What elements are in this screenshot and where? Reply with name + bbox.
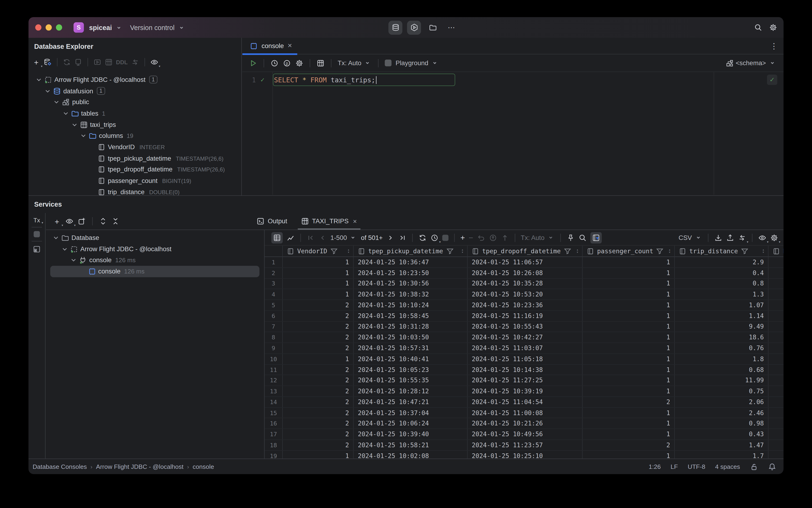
tab-output[interactable]: Output: [257, 213, 287, 229]
parameters-button[interactable]: p: [283, 59, 291, 67]
file-encoding[interactable]: UTF-8: [688, 463, 705, 470]
table-row[interactable]: 1722024-01-25 10:39:402024-01-25 10:49:5…: [265, 429, 784, 440]
row-number[interactable]: 9: [265, 343, 283, 353]
row-number[interactable]: 17: [265, 429, 283, 439]
stop-query-button[interactable]: [442, 235, 449, 241]
table-row[interactable]: 1422024-01-25 10:47:212024-01-25 11:04:5…: [265, 397, 784, 408]
table-cell[interactable]: 2024-01-25 10:39:40: [354, 429, 468, 439]
sql-statement[interactable]: SELECT * FROM taxi_trips;: [274, 76, 377, 84]
table-cell[interactable]: 2024-01-25 10:10:24: [354, 300, 468, 310]
row-number[interactable]: 11: [265, 365, 283, 375]
table-cell[interactable]: 2024-01-25 10:55:35: [354, 375, 468, 386]
row-number[interactable]: 12: [265, 375, 283, 386]
breadcrumb[interactable]: Database Consoles›Arrow Flight JDBC - @l…: [33, 463, 214, 470]
open-table-button[interactable]: [104, 58, 113, 66]
database-tool-button[interactable]: [389, 20, 403, 35]
table-cell[interactable]: 1.14: [675, 311, 769, 321]
table-cell[interactable]: 2.46: [675, 408, 769, 418]
line-separator[interactable]: LF: [671, 463, 678, 470]
table-cell[interactable]: 1: [583, 343, 675, 353]
table-cell[interactable]: [768, 386, 783, 396]
table-row[interactable]: 1912024-01-25 10:02:082024-01-25 10:25:1…: [265, 451, 784, 459]
tree-item-tables[interactable]: tables1: [29, 108, 241, 119]
refresh-button[interactable]: [62, 58, 71, 66]
row-number[interactable]: 1: [265, 257, 283, 267]
table-cell[interactable]: [768, 418, 783, 429]
tree-item-tpep-dropoff-datetime[interactable]: tpep_dropoff_datetimeTIMESTAMP(26,6): [29, 164, 241, 175]
table-cell[interactable]: 2.06: [675, 397, 769, 407]
chevron-down-icon[interactable]: [61, 245, 69, 253]
table-cell[interactable]: 2024-01-25 10:58:21: [354, 440, 468, 450]
table-cell[interactable]: 1: [283, 354, 354, 364]
table-row[interactable]: 722024-01-25 10:31:282024-01-25 10:55:43…: [265, 322, 784, 332]
grid-settings-button[interactable]: [770, 234, 778, 242]
table-cell[interactable]: 2: [283, 311, 354, 321]
table-cell[interactable]: 1: [583, 289, 675, 299]
ddl-button[interactable]: DDL: [116, 59, 128, 66]
table-cell[interactable]: 1.7: [675, 451, 769, 459]
row-number[interactable]: 7: [265, 322, 283, 332]
indent-setting[interactable]: 4 spaces: [715, 463, 740, 470]
table-cell[interactable]: 0.68: [675, 365, 769, 375]
table-cell[interactable]: [768, 451, 783, 459]
results-tx-mode[interactable]: Tx: Auto: [521, 234, 555, 242]
table-cell[interactable]: 2024-01-25 10:02:08: [354, 451, 468, 459]
chevron-down-icon[interactable]: [70, 256, 78, 264]
sort-toggle-icon[interactable]: ▴▾: [669, 249, 671, 253]
column-header-vendorid[interactable]: VendorID▴▾: [283, 246, 354, 256]
project-menu[interactable]: spiceai: [89, 23, 123, 32]
table-row[interactable]: 922024-01-25 10:57:312024-01-25 11:03:07…: [265, 343, 784, 354]
tree-item-trip-distance[interactable]: trip_distanceDOUBLE(0): [29, 186, 241, 195]
project-files-button[interactable]: [426, 20, 440, 35]
detach-session-button[interactable]: [74, 58, 82, 66]
import-data-button[interactable]: [726, 234, 734, 242]
filter-funnel-icon[interactable]: [330, 247, 338, 255]
tree-item-arrow-flight-jdbc-localhost[interactable]: Arrow Flight JDBC - @localhost: [45, 244, 264, 255]
tree-item-console[interactable]: console126 ms: [45, 255, 264, 266]
table-cell[interactable]: 2024-01-25 10:37:04: [354, 408, 468, 418]
browse-tables-button[interactable]: [316, 59, 325, 67]
table-cell[interactable]: 2024-01-25 11:06:57: [468, 257, 583, 267]
column-header-trip_distance[interactable]: trip_distance▴▾: [675, 246, 769, 256]
table-cell[interactable]: 1: [283, 268, 354, 278]
breadcrumb-item[interactable]: Arrow Flight JDBC - @localhost: [96, 463, 184, 470]
page-range-select[interactable]: 1-500: [330, 234, 357, 242]
table-cell[interactable]: [768, 343, 783, 353]
table-cell[interactable]: 2024-01-25 11:27:25: [468, 375, 583, 386]
notifications-bell-icon[interactable]: [768, 463, 776, 471]
table-cell[interactable]: 9.49: [675, 322, 769, 332]
row-number[interactable]: 19: [265, 451, 283, 459]
table-row[interactable]: 1622024-01-25 10:06:242024-01-25 10:21:2…: [265, 418, 784, 429]
new-query-console-button[interactable]: [78, 217, 86, 225]
table-cell[interactable]: 2: [583, 397, 675, 407]
column-header-tpep_pickup_datetime[interactable]: tpep_pickup_datetime▴▾: [354, 246, 468, 256]
filter-funnel-icon[interactable]: [740, 247, 749, 255]
table-cell[interactable]: 1: [583, 332, 675, 343]
table-cell[interactable]: 2024-01-25 11:16:19: [468, 311, 583, 321]
table-cell[interactable]: [768, 322, 783, 332]
table-cell[interactable]: 1: [583, 354, 675, 364]
export-format-select[interactable]: CSV: [679, 234, 702, 242]
history-button[interactable]: [270, 59, 278, 67]
column-header-rate[interactable]: Rate: [768, 246, 783, 256]
stop-process-button[interactable]: [34, 231, 40, 237]
add-data-source-button[interactable]: +: [32, 58, 40, 66]
table-cell[interactable]: 1: [583, 408, 675, 418]
table-row[interactable]: 822024-01-25 10:03:502024-01-25 10:42:27…: [265, 332, 784, 343]
table-cell[interactable]: 1: [283, 257, 354, 267]
table-cell[interactable]: [768, 375, 783, 386]
row-number[interactable]: 2: [265, 268, 283, 278]
table-cell[interactable]: 2024-01-25 10:05:23: [354, 365, 468, 375]
version-control-menu[interactable]: Version control: [130, 23, 185, 32]
undo-button[interactable]: [477, 234, 485, 242]
tab-taxi-trips[interactable]: TAXI_TRIPS ✕: [301, 213, 357, 229]
table-cell[interactable]: 1: [583, 257, 675, 267]
table-cell[interactable]: 2024-01-25 10:03:50: [354, 332, 468, 343]
filter-funnel-icon[interactable]: [563, 247, 572, 255]
table-cell[interactable]: 2024-01-25 10:58:45: [354, 311, 468, 321]
row-number[interactable]: 13: [265, 386, 283, 396]
table-cell[interactable]: 2024-01-25 10:53:20: [468, 289, 583, 299]
table-cell[interactable]: 1.8: [675, 354, 769, 364]
table-cell[interactable]: 1: [583, 311, 675, 321]
reload-page-button[interactable]: [418, 234, 426, 242]
